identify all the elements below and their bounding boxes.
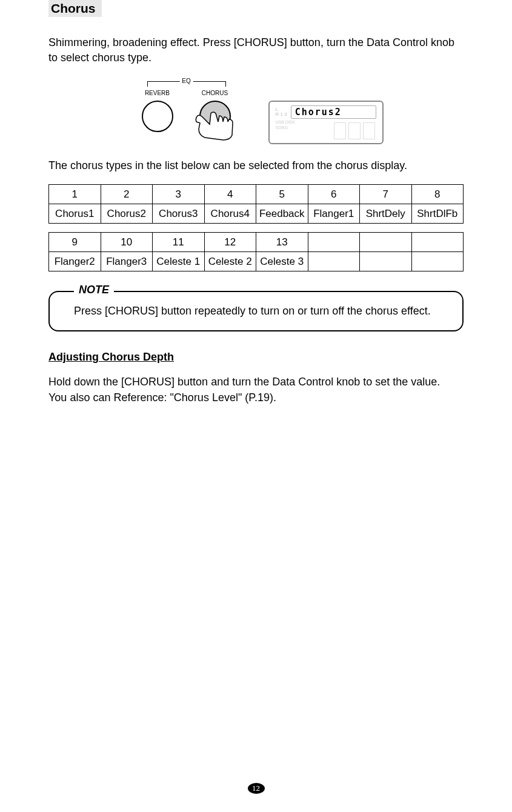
- buttons-diagram: EQ REVERB CHORUS: [129, 78, 244, 144]
- intro-paragraph: Shimmering, broadening effect. Press [CH…: [48, 35, 464, 65]
- reverb-knob: [142, 101, 173, 132]
- page-number-value: 12: [248, 783, 265, 794]
- table-cell: Chorus1: [49, 204, 101, 224]
- table-cell: 10: [101, 233, 153, 252]
- table-cell: Flanger2: [49, 252, 101, 271]
- table-row: 1 2 3 4 5 6 7 8: [49, 185, 464, 204]
- table-cell: Celeste 3: [256, 252, 308, 271]
- table-cell: Celeste 2: [204, 252, 256, 271]
- table-cell: Chorus2: [101, 204, 153, 224]
- table-cell: [360, 233, 412, 252]
- table-cell: Feedback: [256, 204, 308, 224]
- table-cell: [411, 252, 464, 271]
- table-row: Chorus1 Chorus2 Chorus3 Chorus4 Feedback…: [49, 204, 464, 224]
- section-title: Chorus: [48, 0, 102, 17]
- eq-label: EQ: [179, 78, 193, 84]
- note-text: Press [CHORUS] button repeatedly to turn…: [74, 303, 444, 319]
- page-number: 12: [248, 783, 265, 794]
- table-cell: 12: [204, 233, 256, 252]
- digit-placeholder: [348, 122, 361, 139]
- body-paragraph-2: You also can Reference: "Chorus Level" (…: [48, 390, 464, 405]
- table-cell: Celeste 1: [153, 252, 205, 271]
- chorus-label: CHORUS: [202, 90, 228, 96]
- display-digits: [334, 122, 375, 139]
- note-label: NOTE: [74, 284, 114, 296]
- note-box: NOTE Press [CHORUS] button repeatedly to…: [48, 291, 464, 331]
- list-intro: The chorus types in the list below can b…: [48, 159, 464, 172]
- table-cell: 3: [153, 185, 205, 204]
- table-cell: Chorus4: [204, 204, 256, 224]
- display-side-r: R 1 2: [276, 112, 287, 117]
- table-cell: 6: [308, 185, 360, 204]
- table-cell: 8: [411, 185, 464, 204]
- table-row: Flanger2 Flanger3 Celeste 1 Celeste 2 Ce…: [49, 252, 464, 271]
- table-cell: 5: [256, 185, 308, 204]
- table-cell: Flanger1: [308, 204, 360, 224]
- table-cell: 7: [360, 185, 412, 204]
- table-cell: ShrtDlFb: [411, 204, 464, 224]
- table-cell: 11: [153, 233, 205, 252]
- digit-placeholder: [363, 122, 375, 139]
- body-paragraph-1: Hold down the [CHORUS] button and turn t…: [48, 374, 464, 390]
- table-cell: 13: [256, 233, 308, 252]
- table-cell: [360, 252, 412, 271]
- table-cell: Flanger3: [101, 252, 153, 271]
- table-cell: 9: [49, 233, 101, 252]
- reverb-label: REVERB: [145, 90, 170, 96]
- table-row: 9 10 11 12 13: [49, 233, 464, 252]
- digit-placeholder: [334, 122, 346, 139]
- display-screen-text: Chorus2: [291, 105, 376, 119]
- chorus-types-table-2: 9 10 11 12 13 Flanger2 Flanger3 Celeste …: [48, 232, 464, 271]
- table-cell: 4: [204, 185, 256, 204]
- diagram-row: EQ REVERB CHORUS L R 1 2 Chorus2 USB DIS…: [48, 78, 464, 144]
- table-cell: [308, 233, 360, 252]
- chorus-types-table-1: 1 2 3 4 5 6 7 8 Chorus1 Chorus2 Chorus3 …: [48, 184, 464, 224]
- hand-icon: [193, 111, 235, 141]
- table-cell: Chorus3: [153, 204, 205, 224]
- table-cell: [411, 233, 464, 252]
- table-cell: 1: [49, 185, 101, 204]
- lcd-display: L R 1 2 Chorus2 USB DISK SONG: [268, 101, 384, 144]
- table-cell: [308, 252, 360, 271]
- subheading-adjusting-chorus-depth: Adjusting Chorus Depth: [48, 351, 464, 364]
- table-cell: 2: [101, 185, 153, 204]
- table-cell: ShrtDely: [360, 204, 412, 224]
